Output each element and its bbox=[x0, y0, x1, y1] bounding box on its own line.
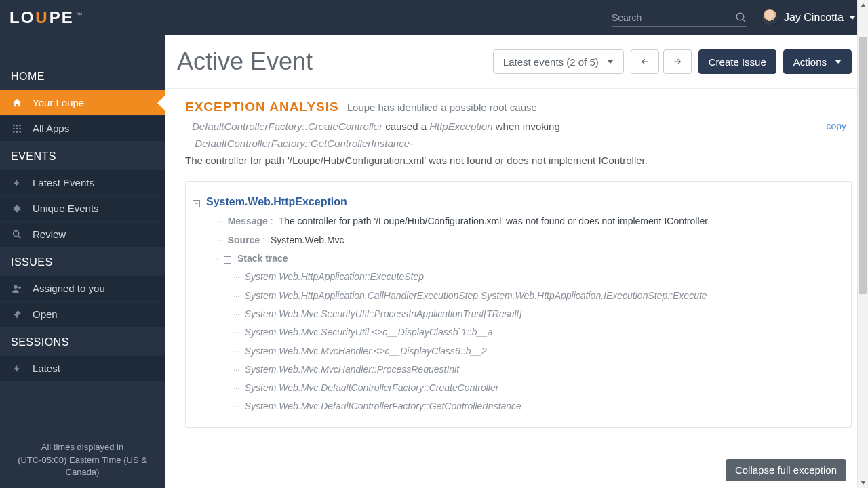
footer-line-2: (UTC-05:00) Eastern Time (US & Canada) bbox=[7, 454, 158, 479]
avatar bbox=[761, 9, 778, 26]
stack-trace-label: Stack trace bbox=[237, 249, 288, 268]
stack-frame-text: System.Web.Mvc.DefaultControllerFactory:… bbox=[245, 379, 499, 397]
sidebar-item-review[interactable]: Review bbox=[0, 221, 165, 247]
next-event-button[interactable] bbox=[663, 49, 692, 74]
cause-method-a: DefaultControllerFactory::CreateControll… bbox=[192, 121, 382, 132]
create-issue-button[interactable]: Create Issue bbox=[698, 49, 776, 74]
brand-logo[interactable]: LO U PE ™ bbox=[9, 8, 83, 27]
field-value: System.Web.Mvc bbox=[271, 231, 344, 249]
user-menu[interactable]: Jay Cincotta bbox=[761, 9, 856, 26]
tree-toggle[interactable]: − bbox=[224, 256, 231, 264]
brand-text-u: U bbox=[35, 8, 48, 27]
stack-frame: ···System.Web.Mvc.DefaultControllerFacto… bbox=[233, 379, 839, 397]
brand-text-b: PE bbox=[50, 8, 74, 27]
copy-link[interactable]: copy bbox=[826, 119, 846, 134]
search-icon bbox=[11, 229, 23, 240]
tree-field-row: ···Message : The controller for path '/L… bbox=[216, 212, 839, 230]
footer-line-1: All times displayed in bbox=[7, 441, 158, 453]
sidebar-item-latest[interactable]: Latest bbox=[0, 355, 165, 381]
tree-toggle[interactable]: − bbox=[193, 200, 200, 207]
pin-icon bbox=[11, 309, 23, 320]
bug-icon bbox=[11, 203, 23, 214]
sidebar-item-label: Latest Events bbox=[33, 177, 94, 188]
svg-point-9 bbox=[16, 131, 18, 133]
prev-event-button[interactable] bbox=[631, 49, 659, 74]
stack-frame-text: System.Web.Mvc.SecurityUtil.<>c__Display… bbox=[245, 323, 493, 342]
sidebar-item-all-apps[interactable]: All Apps bbox=[0, 115, 165, 141]
actions-dropdown[interactable]: Actions bbox=[783, 49, 852, 74]
sidebar-item-latest-events[interactable]: Latest Events bbox=[0, 169, 165, 195]
stack-frame-text: System.Web.Mvc.MvcHandler.<>c__DisplayCl… bbox=[245, 342, 487, 361]
svg-line-12 bbox=[18, 235, 21, 238]
cause-message: The controller for path '/Loupe/Hub/Conf… bbox=[185, 152, 648, 169]
root-cause: copy DefaultControllerFactory::CreateCon… bbox=[185, 119, 852, 169]
stack-frame: ···System.Web.Mvc.DefaultControllerFacto… bbox=[233, 397, 839, 415]
search-wrap bbox=[612, 9, 747, 27]
exception-type: System.Web.HttpException bbox=[206, 191, 347, 212]
analysis-subtitle: Loupe has identified a possible root cau… bbox=[347, 102, 537, 113]
grid-icon bbox=[11, 123, 23, 134]
sidebar-item-label: Review bbox=[33, 228, 66, 240]
analysis-title: EXCEPTION ANALYSIS bbox=[185, 100, 339, 115]
stack-frame-text: System.Web.Mvc.DefaultControllerFactory:… bbox=[245, 397, 521, 415]
svg-point-7 bbox=[19, 127, 21, 129]
topbar: LO U PE ™ Jay Cincotta bbox=[0, 0, 868, 35]
chevron-down-icon bbox=[849, 16, 856, 20]
page-header: Active Event Latest events (2 of 5) bbox=[177, 47, 852, 76]
scrollbar[interactable] bbox=[857, 0, 868, 488]
stack-frame: ···System.Web.Mvc.MvcHandler::ProcessReq… bbox=[233, 361, 839, 379]
svg-point-11 bbox=[14, 230, 19, 236]
brand-tm: ™ bbox=[77, 12, 83, 18]
divider bbox=[165, 88, 868, 89]
stack-frame-text: System.Web.Mvc.MvcHandler::ProcessReques… bbox=[245, 361, 459, 379]
user-plus-icon bbox=[11, 283, 23, 294]
nav-section-header: ISSUES bbox=[0, 247, 165, 275]
nav-section-header: HOME bbox=[0, 61, 165, 89]
sidebar-item-assigned-to-you[interactable]: Assigned to you bbox=[0, 275, 165, 301]
page-title: Active Event bbox=[177, 47, 313, 76]
stack-frame: ···System.Web.HttpApplication::ExecuteSt… bbox=[233, 268, 839, 286]
sidebar-item-label: Assigned to you bbox=[33, 283, 105, 294]
field-value: The controller for path '/Loupe/Hub/Conf… bbox=[279, 212, 710, 230]
tree-field-row: ···Source : System.Web.Mvc bbox=[216, 231, 839, 249]
content: Active Event Latest events (2 of 5) bbox=[165, 35, 868, 488]
search-icon[interactable] bbox=[735, 12, 747, 24]
sidebar-item-open[interactable]: Open bbox=[0, 301, 165, 327]
exception-analysis: EXCEPTION ANALYSIS Loupe has identified … bbox=[177, 100, 852, 428]
sidebar-item-label: Unique Events bbox=[33, 203, 99, 214]
latest-events-dropdown[interactable]: Latest events (2 of 5) bbox=[493, 49, 624, 74]
stack-frame: ···System.Web.Mvc.SecurityUtil.<>c__Disp… bbox=[233, 323, 839, 342]
svg-point-2 bbox=[13, 125, 15, 127]
sidebar-item-unique-events[interactable]: Unique Events bbox=[0, 195, 165, 221]
svg-point-5 bbox=[13, 127, 15, 129]
svg-point-8 bbox=[13, 131, 15, 133]
bolt-icon bbox=[11, 178, 23, 188]
exception-tree: − System.Web.HttpException ···Message : … bbox=[185, 181, 852, 427]
brand-text-a: LO bbox=[9, 8, 35, 27]
svg-point-3 bbox=[16, 125, 18, 127]
scrollbar-thumb[interactable] bbox=[859, 37, 867, 294]
svg-point-4 bbox=[19, 125, 21, 127]
sidebar-item-your-loupe[interactable]: Your Loupe bbox=[0, 89, 165, 115]
svg-point-10 bbox=[19, 131, 21, 133]
stack-frame-text: System.Web.HttpApplication.CallHandlerEx… bbox=[245, 287, 707, 305]
svg-point-6 bbox=[16, 127, 18, 129]
stack-frame: ···System.Web.Mvc.SecurityUtil::ProcessI… bbox=[233, 305, 839, 323]
sidebar-item-label: Open bbox=[33, 308, 58, 320]
svg-point-0 bbox=[736, 13, 744, 20]
search-input[interactable] bbox=[612, 12, 735, 23]
sidebar-item-label: Latest bbox=[33, 363, 60, 374]
stack-frame: ···System.Web.Mvc.MvcHandler.<>c__Displa… bbox=[233, 342, 839, 361]
nav-section-header: EVENTS bbox=[0, 141, 165, 169]
event-pager bbox=[631, 49, 692, 74]
nav-section-header: SESSIONS bbox=[0, 327, 165, 355]
field-label: Source bbox=[228, 231, 260, 249]
field-label: Message bbox=[228, 212, 268, 230]
stack-frame-text: System.Web.HttpApplication::ExecuteStep bbox=[245, 268, 424, 286]
stack-frame-text: System.Web.Mvc.SecurityUtil::ProcessInAp… bbox=[245, 305, 522, 323]
sidebar-item-label: Your Loupe bbox=[33, 97, 84, 108]
cause-exception-type: HttpException bbox=[429, 121, 492, 132]
collapse-exception-button[interactable]: Collapse full exception bbox=[726, 459, 846, 481]
cause-method-b: DefaultControllerFactory::GetControllerI… bbox=[195, 138, 410, 149]
home-icon bbox=[11, 98, 23, 108]
